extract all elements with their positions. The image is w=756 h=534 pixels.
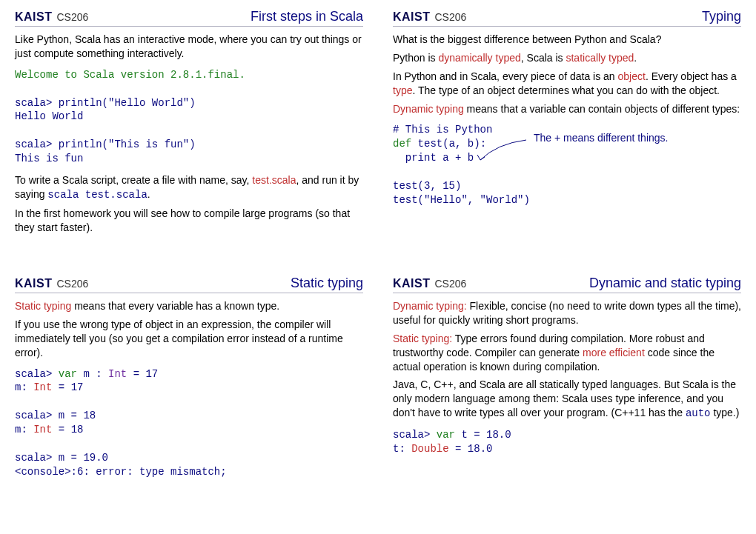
- kaist-logo: KAIST: [15, 10, 53, 24]
- code-text: = 17: [52, 381, 83, 393]
- text: , Scala is: [521, 52, 566, 64]
- course-code: CS206: [57, 278, 89, 290]
- code-line: test(3, 15): [393, 180, 461, 192]
- slide-header: KAIST CS206 Dynamic and static typing: [393, 276, 741, 293]
- code-text: scala>: [393, 429, 437, 441]
- term: dynamically typed: [438, 52, 520, 64]
- code-line: This is fun: [15, 153, 83, 164]
- paragraph: Python is dynamically typed, Scala is st…: [393, 51, 741, 65]
- text: Java, C, C++, and Scala are all statical…: [393, 378, 736, 418]
- type: Int: [108, 368, 127, 380]
- code-line: scala> m = 19.0: [15, 452, 108, 464]
- paragraph: Static typing: Type errors found during …: [393, 332, 741, 374]
- course-code: CS206: [435, 11, 467, 23]
- slide-title: Dynamic and static typing: [589, 276, 741, 291]
- paragraph: In Python and in Scala, every piece of d…: [393, 70, 741, 98]
- code-text: t = 18.0: [455, 429, 511, 441]
- code-text: m:: [15, 381, 33, 393]
- code-block: scala> var m : Int = 17 m: Int = 17 scal…: [15, 367, 363, 479]
- code-block: scala> var t = 18.0 t: Double = 18.0: [393, 428, 741, 456]
- text: To write a Scala script, create a file w…: [15, 174, 252, 186]
- type: Int: [33, 381, 52, 393]
- filename: test.scala: [252, 174, 296, 186]
- paragraph: Dynamic typing: Flexible, concise (no ne…: [393, 299, 741, 327]
- text: means that every variable has a known ty…: [71, 300, 279, 312]
- slide-typing: KAIST CS206 Typing What is the biggest d…: [378, 0, 756, 267]
- text: . The type of an object determines what …: [412, 84, 720, 96]
- type: Int: [33, 424, 52, 435]
- paragraph: Java, C, C++, and Scala are all statical…: [393, 378, 741, 421]
- keyword: var: [59, 368, 77, 380]
- course-code: CS206: [57, 11, 89, 23]
- brand: KAIST CS206: [15, 10, 88, 24]
- code-with-annotation: # This is Python def test(a, b): print a…: [393, 123, 741, 207]
- text: Python is: [393, 52, 438, 64]
- text: means that a variable can contain object…: [464, 103, 740, 115]
- term: Static typing:: [393, 333, 452, 344]
- text: type.): [711, 407, 740, 418]
- slide-first-steps: KAIST CS206 First steps in Scala Like Py…: [0, 0, 378, 267]
- code-text: t:: [393, 443, 411, 455]
- code-line: Welcome to Scala version 2.8.1.final.: [15, 69, 245, 81]
- term: Dynamic typing:: [393, 300, 467, 312]
- kaist-logo: KAIST: [393, 277, 431, 290]
- slide-title: First steps in Scala: [251, 9, 363, 24]
- code-line: # This is Python: [393, 124, 492, 136]
- keyword: auto: [686, 407, 711, 419]
- type: Double: [411, 443, 448, 455]
- brand: KAIST CS206: [393, 10, 466, 24]
- slide-dyn-static: KAIST CS206 Dynamic and static typing Dy…: [378, 267, 756, 533]
- slide-header: KAIST CS206 Typing: [393, 9, 741, 27]
- code-line: test("Hello", "World"): [393, 194, 530, 206]
- annotation: The + means different things.: [534, 132, 668, 144]
- kaist-logo: KAIST: [15, 277, 53, 290]
- code-line: scala> println("This is fun"): [15, 138, 196, 150]
- code-line: scala> m = 18: [15, 410, 96, 421]
- slide-body: Like Python, Scala has an interactive mo…: [15, 33, 363, 235]
- paragraph: In the first homework you will see how t…: [15, 207, 363, 235]
- slide-title: Typing: [702, 9, 741, 24]
- paragraph: If you use the wrong type of object in a…: [15, 318, 363, 360]
- slide-header: KAIST CS206 Static typing: [15, 276, 363, 293]
- term: Static typing: [15, 300, 71, 312]
- term: object: [618, 70, 646, 82]
- term: Dynamic typing: [393, 103, 464, 115]
- slide-static-typing: KAIST CS206 Static typing Static typing …: [0, 267, 378, 533]
- slide-body: What is the biggest difference between P…: [393, 33, 741, 207]
- text: .: [147, 188, 150, 200]
- paragraph: What is the biggest difference between P…: [393, 33, 741, 47]
- code-line: print a + b: [393, 152, 474, 164]
- brand: KAIST CS206: [393, 277, 466, 290]
- paragraph: Like Python, Scala has an interactive mo…: [15, 33, 363, 61]
- kaist-logo: KAIST: [393, 10, 431, 24]
- term: more efficient: [583, 347, 645, 358]
- arrow-icon: [474, 136, 534, 166]
- code-line: scala> println("Hello World"): [15, 97, 196, 109]
- text: .: [634, 52, 637, 64]
- slide-title: Static typing: [291, 276, 363, 291]
- keyword: def: [393, 138, 411, 150]
- code-text: = 18: [52, 424, 83, 435]
- command: scala test.scala: [47, 189, 147, 201]
- slide-body: Static typing means that every variable …: [15, 299, 363, 479]
- slide-body: Dynamic typing: Flexible, concise (no ne…: [393, 299, 741, 456]
- code-text: = 18.0: [449, 443, 493, 455]
- term: type: [393, 84, 412, 96]
- code-text: m :: [77, 368, 108, 380]
- text: . Every object has a: [646, 70, 737, 82]
- code-text: m:: [15, 424, 33, 435]
- paragraph: Static typing means that every variable …: [15, 299, 363, 313]
- brand: KAIST CS206: [15, 277, 88, 290]
- paragraph: Dynamic typing means that a variable can…: [393, 102, 741, 116]
- paragraph: To write a Scala script, create a file w…: [15, 173, 363, 202]
- term: statically typed: [566, 52, 634, 64]
- text: In Python and in Scala, every piece of d…: [393, 70, 618, 82]
- code-text: = 17: [127, 368, 158, 380]
- code-text: scala>: [15, 368, 59, 380]
- keyword: var: [437, 429, 455, 441]
- code-block: Welcome to Scala version 2.8.1.final. sc…: [15, 68, 363, 166]
- slide-header: KAIST CS206 First steps in Scala: [15, 9, 363, 27]
- slide-grid: KAIST CS206 First steps in Scala Like Py…: [0, 0, 756, 533]
- code-line: Hello World: [15, 110, 83, 122]
- course-code: CS206: [435, 278, 467, 290]
